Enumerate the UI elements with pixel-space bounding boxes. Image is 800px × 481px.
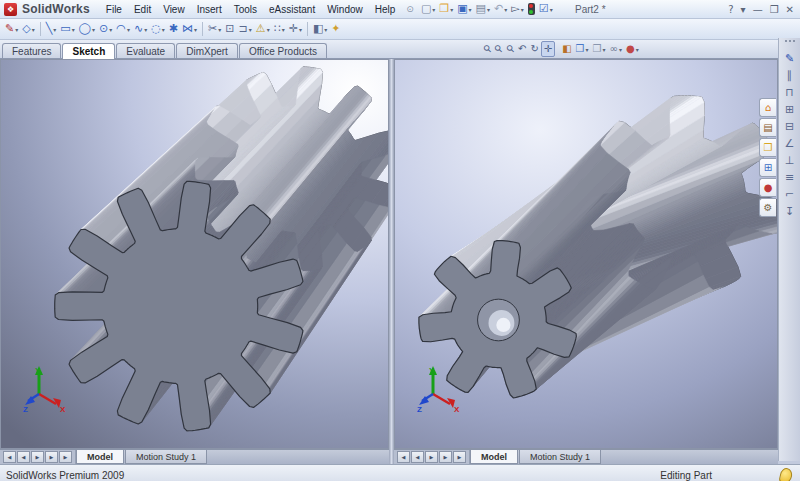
menu-view[interactable]: View <box>157 2 191 17</box>
file-explorer-tab[interactable]: ❐ <box>759 138 776 157</box>
smart-dimension-icon[interactable]: ◇▾ <box>20 21 36 37</box>
instant3d-icon[interactable]: ◧▾ <box>311 21 329 37</box>
toolbar-grip[interactable] <box>785 40 795 47</box>
view-orientation-icon[interactable]: ❒▾ <box>574 41 591 57</box>
chamfer-dimension-button[interactable]: ⌐ <box>781 186 799 203</box>
sheet-nav-0[interactable]: ◀ <box>3 451 16 463</box>
sheet-tab-model[interactable]: Model <box>76 450 124 464</box>
previous-view-icon[interactable]: ↶ <box>516 41 528 57</box>
restore-button[interactable]: ❐ <box>770 4 779 15</box>
point-icon[interactable]: ✱ <box>167 21 180 37</box>
move-entities-icon[interactable]: ✛▾ <box>287 21 304 37</box>
status-text-right: Editing Part <box>660 470 712 481</box>
tab-features[interactable]: Features <box>2 43 61 58</box>
menu-pin-icon[interactable]: ⊙ <box>406 4 414 14</box>
horizontal-dimension-button[interactable]: ∥ <box>781 67 799 84</box>
help-caret[interactable]: ▾ <box>741 4 746 15</box>
zoom-in-out-icon[interactable]: ⚲ <box>505 41 516 57</box>
rotate-view-icon[interactable]: ↻ <box>528 41 540 57</box>
convert-entities-icon[interactable]: ⊡ <box>223 21 236 37</box>
baseline-dimension-button[interactable]: ⊞ <box>781 101 799 118</box>
tab-office-products[interactable]: Office Products <box>239 43 327 58</box>
new-document-icon[interactable]: ▢▾ <box>419 1 437 17</box>
display-style-icon[interactable]: ❐▾ <box>591 41 608 57</box>
pan-icon[interactable]: ✛ <box>541 41 555 57</box>
right-orientation-triad: YXZ <box>417 364 461 416</box>
sheet-nav-buttons: ◀◀▶▶▶ <box>394 450 470 464</box>
viewport-left-canvas[interactable]: YXZ <box>0 59 389 449</box>
view-palette-icon: ⊞ <box>764 163 772 173</box>
ordinate-dimension-button[interactable]: ⊟ <box>781 118 799 135</box>
toolbar-separator <box>307 22 308 36</box>
angle-dimension-button[interactable]: ∠ <box>781 135 799 152</box>
tab-sketch[interactable]: Sketch <box>62 43 115 59</box>
open-document-icon[interactable]: ❐▾ <box>437 1 455 17</box>
line-icon[interactable]: ╲▾ <box>44 21 59 37</box>
circle-icon[interactable]: ◯▾ <box>77 21 97 37</box>
sheet-nav-1[interactable]: ◀ <box>411 451 424 463</box>
mirror-entities-icon[interactable]: ⋈▾ <box>180 21 199 37</box>
menu-insert[interactable]: Insert <box>191 2 228 17</box>
viewport-right-canvas[interactable]: YXZ ⌂▤❐⊞●⚙ <box>394 59 778 449</box>
linear-sketch-pattern-icon[interactable]: ∷▾ <box>272 21 287 37</box>
rebuild-icon[interactable] <box>526 1 537 17</box>
ellipse-icon[interactable]: ◌▾ <box>149 21 167 37</box>
offset-entities-icon[interactable]: ⊐▾ <box>237 21 254 37</box>
vertical-dimension-button[interactable]: ⊓ <box>781 84 799 101</box>
viewport-left: YXZ ◀◀▶▶▶ModelMotion Study 1 <box>0 59 389 464</box>
no-external-references-icon[interactable]: ✦ <box>329 21 342 37</box>
tab-evaluate[interactable]: Evaluate <box>116 43 175 58</box>
select-icon[interactable]: ▻▾ <box>509 1 525 17</box>
menu-eassistant[interactable]: eAssistant <box>263 2 321 17</box>
commandmanager-tabrow: FeaturesSketchEvaluateDimXpertOffice Pro… <box>0 40 800 59</box>
centerpoint-arc-icon[interactable]: ◠▾ <box>114 21 132 37</box>
menu-window[interactable]: Window <box>321 2 369 17</box>
menu-file[interactable]: File <box>100 2 128 17</box>
quick-tips-icon[interactable] <box>779 466 794 481</box>
sheet-tab-motion-study-1[interactable]: Motion Study 1 <box>125 450 207 464</box>
solidworks-resources-tab[interactable]: ⌂ <box>759 98 776 117</box>
menu-edit[interactable]: Edit <box>128 2 157 17</box>
sheet-nav-4[interactable]: ▶ <box>59 451 72 463</box>
minimize-button[interactable]: — <box>753 4 763 15</box>
display-relations-icon[interactable]: ⚠▾ <box>254 21 272 37</box>
options-icon[interactable]: ☑▾ <box>537 1 555 17</box>
menu-help[interactable]: Help <box>369 2 402 17</box>
toolbar-separator <box>40 22 41 36</box>
custom-properties-tab[interactable]: ⚙ <box>759 198 776 217</box>
trim-entities-icon[interactable]: ✂▾ <box>206 21 223 37</box>
svg-text:Z: Z <box>23 405 28 414</box>
help-button[interactable]: ? <box>728 4 733 15</box>
spline-icon[interactable]: ∿▾ <box>132 21 149 37</box>
menu-tools[interactable]: Tools <box>228 2 263 17</box>
zoom-to-area-icon[interactable]: ⚲ <box>493 41 504 57</box>
perpendicular-dimension-button[interactable]: ⊥ <box>781 152 799 169</box>
view-palette-tab[interactable]: ⊞ <box>759 158 776 177</box>
sheet-nav-2[interactable]: ▶ <box>31 451 44 463</box>
appearances-scenes-tab[interactable]: ● <box>759 178 776 197</box>
parallel-dimension-button[interactable]: ≡ <box>781 169 799 186</box>
close-button[interactable]: ✕ <box>786 4 794 15</box>
perimeter-circle-icon[interactable]: ⊙▾ <box>97 21 114 37</box>
rectangle-icon[interactable]: ▭▾ <box>58 21 76 37</box>
attach-dimension-button[interactable]: ↧ <box>781 203 799 220</box>
left-sheet-tabbar: ◀◀▶▶▶ModelMotion Study 1 <box>0 449 389 464</box>
print-document-icon[interactable]: ▤▾ <box>474 1 492 17</box>
sheet-nav-4[interactable]: ▶ <box>453 451 466 463</box>
sheet-nav-1[interactable]: ◀ <box>17 451 30 463</box>
tab-dimxpert[interactable]: DimXpert <box>176 43 238 58</box>
sheet-tab-model[interactable]: Model <box>470 450 518 464</box>
sketch-icon[interactable]: ✎▾ <box>3 21 20 37</box>
sheet-nav-3[interactable]: ▶ <box>439 451 452 463</box>
design-library-tab[interactable]: ▤ <box>759 118 776 137</box>
smart-dimension-vertical-button[interactable]: ✎ <box>781 50 799 67</box>
sheet-nav-2[interactable]: ▶ <box>425 451 438 463</box>
save-document-icon[interactable]: ▣▾ <box>455 1 473 17</box>
section-view-icon[interactable]: ◧ <box>560 41 573 57</box>
sheet-tab-motion-study-1[interactable]: Motion Study 1 <box>519 450 601 464</box>
sheet-nav-3[interactable]: ▶ <box>45 451 58 463</box>
sheet-nav-0[interactable]: ◀ <box>397 451 410 463</box>
edit-appearance-icon[interactable]: ●▾ <box>624 41 641 57</box>
hide-show-items-icon[interactable]: ∞▾ <box>608 41 624 57</box>
undo-icon[interactable]: ↶▾ <box>492 1 509 17</box>
